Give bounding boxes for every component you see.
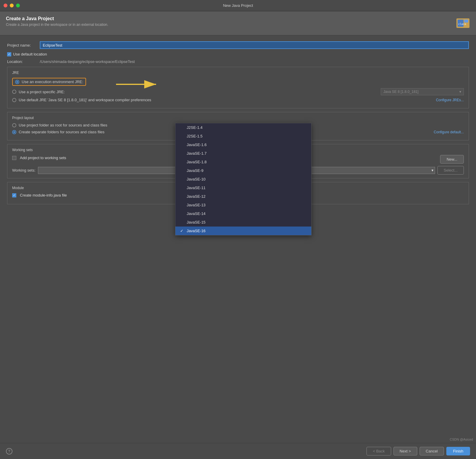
dropdown-item-javase16[interactable]: JavaSE-1.6 <box>175 140 311 149</box>
dropdown-item-label: JavaSE-10 <box>187 177 206 181</box>
layout-radio2-label: Create separate folders for sources and … <box>19 130 104 134</box>
dropdown-item-label: JavaSE-14 <box>187 211 206 216</box>
jre-radio2[interactable] <box>12 90 16 94</box>
svg-rect-2 <box>464 20 468 23</box>
location-value: /Users/shimada-tieqiang/eclipse-workspac… <box>40 59 135 64</box>
project-name-label: Project name: <box>7 43 40 48</box>
svg-text:class: class <box>458 23 466 26</box>
window-title: New Java Project <box>223 3 253 8</box>
footer-left: ? <box>6 448 12 455</box>
jre-radio3-label: Use default JRE 'Java SE 8 [1.8.0_181]' … <box>19 98 151 102</box>
dropdown-item-label: J2SE-1.4 <box>187 125 202 130</box>
working-sets-dropdown-chevron: ▾ <box>431 168 434 172</box>
next-button[interactable]: Next > <box>394 447 417 455</box>
use-default-location-row: Use default location <box>7 52 469 56</box>
dropdown-item-label: JavaSE-15 <box>187 220 206 224</box>
dropdown-item-javase17[interactable]: JavaSE-1.7 <box>175 149 311 158</box>
jre-title: JRE <box>12 71 464 75</box>
configure-jres-link[interactable]: Configure JREs... <box>436 98 464 102</box>
location-label: Location: <box>7 59 40 64</box>
add-working-sets-label: Add project to working sets <box>20 156 66 160</box>
dropdown-item-label: J2SE-1.5 <box>187 134 202 138</box>
dropdown-item-j2se14[interactable]: J2SE-1.4 <box>175 123 311 132</box>
project-name-row: Project name: <box>7 41 469 49</box>
create-module-info-label: Create module-info.java file <box>20 193 67 197</box>
footer-right: < Back Next > Cancel Finish <box>366 447 470 455</box>
cancel-button[interactable]: Cancel <box>420 447 444 455</box>
jre-radio1-label: Use an execution environment JRE: <box>22 80 83 84</box>
dialog-title: Create a Java Project <box>6 16 452 21</box>
jre-radio3[interactable] <box>12 98 16 102</box>
dropdown-item-javase12[interactable]: JavaSE-12 <box>175 192 311 201</box>
dropdown-item-javase16-selected[interactable]: ✓ JavaSE-16 <box>175 227 311 235</box>
dropdown-item-javase18[interactable]: JavaSE-1.8 <box>175 158 311 166</box>
jre-radio1-inner <box>16 81 18 83</box>
dialog-footer: ? < Back Next > Cancel Finish <box>0 443 476 459</box>
minimize-button[interactable] <box>10 4 14 7</box>
dropdown-item-label: JavaSE-1.6 <box>187 143 207 147</box>
traffic-lights <box>4 4 20 7</box>
jre-radio2-label: Use a project specific JRE: <box>19 90 65 94</box>
dialog: Create a Java Project Create a Java proj… <box>0 11 476 459</box>
help-button[interactable]: ? <box>6 448 12 455</box>
jre-specific-chevron: ▾ <box>459 90 461 94</box>
project-layout-title: Project layout <box>12 116 464 120</box>
maximize-button[interactable] <box>16 4 20 7</box>
jre-radio1-highlight: Use an execution environment JRE: <box>12 78 86 86</box>
layout-radio1[interactable] <box>12 123 16 127</box>
title-bar: New Java Project <box>0 0 476 11</box>
dropdown-item-j2se15[interactable]: J2SE-1.5 <box>175 132 311 140</box>
jre-dropdown-popup: J2SE-1.4 J2SE-1.5 JavaSE-1.6 JavaSE-1.7 … <box>175 123 312 235</box>
dropdown-item-javase13[interactable]: JavaSE-13 <box>175 201 311 209</box>
jre-specific-dropdown[interactable]: Java SE 8 [1.8.0_181] ▾ <box>381 88 464 95</box>
use-default-location-label: Use default location <box>13 52 47 56</box>
jre-radio1[interactable] <box>15 80 19 84</box>
dropdown-item-javase15[interactable]: JavaSE-15 <box>175 218 311 227</box>
dropdown-item-label: JavaSE-13 <box>187 203 206 207</box>
close-button[interactable] <box>4 4 7 7</box>
checkmark-javase16-selected: ✓ <box>180 229 184 233</box>
jre-radio3-row: Use default JRE 'Java SE 8 [1.8.0_181]' … <box>12 98 464 102</box>
dropdown-item-label: JavaSE-1.8 <box>187 160 207 164</box>
dropdown-item-label: JavaSE-16 <box>187 229 206 233</box>
layout-radio1-label: Use project folder as root for sources a… <box>19 123 107 127</box>
dialog-title-section: Create a Java Project Create a Java proj… <box>6 16 452 27</box>
layout-radio2[interactable] <box>12 130 16 134</box>
back-button[interactable]: < Back <box>366 447 391 455</box>
project-name-input[interactable] <box>40 41 469 49</box>
configure-default-link[interactable]: Configure default... <box>434 130 464 134</box>
layout-radio2-inner <box>13 131 15 133</box>
select-working-set-button[interactable]: Select... <box>437 166 464 175</box>
jre-specific-value: Java SE 8 [1.8.0_181] <box>383 90 418 94</box>
eclipse-icon: class <box>456 16 470 30</box>
location-row: Location: /Users/shimada-tieqiang/eclips… <box>7 59 469 64</box>
jre-radio2-row: Use a project specific JRE: Java SE 8 [1… <box>12 88 464 95</box>
create-module-info-checkbox[interactable] <box>12 193 16 197</box>
working-sets-label: Working sets: <box>12 168 36 172</box>
dropdown-item-label: JavaSE-1.7 <box>187 151 207 156</box>
use-default-location-checkbox[interactable] <box>7 52 11 56</box>
dialog-subtitle: Create a Java project in the workspace o… <box>6 23 452 27</box>
dialog-header: Create a Java Project Create a Java proj… <box>0 11 476 35</box>
dropdown-item-label: JavaSE-12 <box>187 194 206 199</box>
add-working-sets-checkbox[interactable] <box>12 156 16 160</box>
new-working-set-button[interactable]: New... <box>440 155 464 164</box>
dropdown-item-javase9[interactable]: JavaSE-9 <box>175 166 311 175</box>
watermark: CSDN @Asiced <box>450 438 473 441</box>
dropdown-item-javase11[interactable]: JavaSE-11 <box>175 183 311 192</box>
add-working-sets-row: Add project to working sets <box>12 156 66 160</box>
jre-radio1-row: Use an execution environment JRE: <box>12 78 464 86</box>
dialog-content: Project name: Use default location Locat… <box>0 35 476 443</box>
dropdown-item-label: JavaSE-9 <box>187 168 203 173</box>
jre-section: JRE Use an execution environment JRE: <box>7 67 469 108</box>
finish-button[interactable]: Finish <box>446 447 470 455</box>
dropdown-item-label: JavaSE-11 <box>187 186 206 190</box>
dropdown-item-javase14[interactable]: JavaSE-14 <box>175 209 311 218</box>
dropdown-item-javase10[interactable]: JavaSE-10 <box>175 175 311 183</box>
